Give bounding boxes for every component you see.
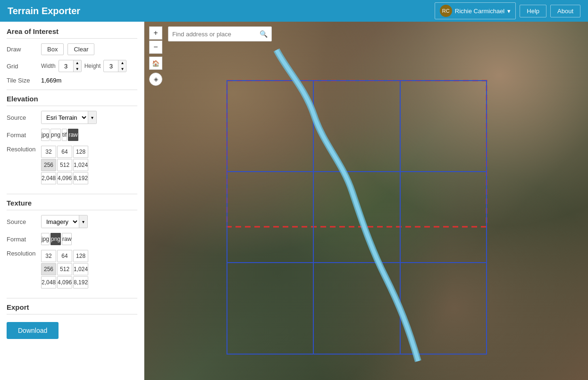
texture-source-select[interactable]: Imagery <box>42 215 79 228</box>
area-of-interest-section: Area of Interest Draw Box Clear Grid Wid… <box>7 27 137 84</box>
area-of-interest-title: Area of Interest <box>7 27 137 39</box>
elev-res-8192[interactable]: 8,192 <box>73 172 88 184</box>
tex-res-128[interactable]: 128 <box>73 250 88 262</box>
user-name: Richie Carmichael <box>455 8 504 15</box>
elev-res-4096[interactable]: 4,096 <box>57 172 72 184</box>
texture-title: Texture <box>7 199 137 210</box>
tex-res-64[interactable]: 64 <box>57 250 72 262</box>
texture-format-label: Format <box>7 236 37 243</box>
grid-height-btns: ▲ ▼ <box>118 60 126 72</box>
texture-format-buttons: jpg png raw <box>41 233 72 245</box>
grid-height-up[interactable]: ▲ <box>118 60 126 66</box>
user-menu-button[interactable]: RC Richie Carmichael ▾ <box>435 2 516 19</box>
tile-size-label: Tile Size <box>7 77 37 84</box>
grid-height-spinner: ▲ ▼ <box>103 60 126 72</box>
zoom-in-button[interactable]: + <box>149 26 162 40</box>
elev-res-row-1: 32 64 128 <box>41 146 88 158</box>
tex-res-32[interactable]: 32 <box>41 250 56 262</box>
elevation-resolution-grid: 32 64 128 256 512 1,024 2,048 4,096 8,19… <box>41 146 88 184</box>
map-area[interactable]: 🔍 + − 🏠 ◈ <box>144 22 588 380</box>
map-search-button[interactable]: 🔍 <box>256 26 271 41</box>
tex-fmt-png[interactable]: png <box>50 233 61 245</box>
height-label: Height <box>84 63 101 69</box>
zoom-out-button[interactable]: − <box>149 41 162 54</box>
elevation-format-buttons: jpg png tif raw <box>41 129 78 141</box>
tile-size-value: 1,669m <box>41 77 61 84</box>
elev-fmt-tif[interactable]: tif <box>62 129 67 141</box>
clear-button[interactable]: Clear <box>67 43 94 55</box>
grid-height-down[interactable]: ▼ <box>118 66 126 72</box>
tex-res-row-2: 256 512 1,024 <box>41 263 88 275</box>
grid-width-down[interactable]: ▼ <box>74 66 81 72</box>
elevation-source-select[interactable]: Esri Terrain <box>42 111 88 124</box>
elevation-resolution-row: Resolution 32 64 128 256 512 1,024 2,048 <box>7 146 137 189</box>
map-search-bar: 🔍 <box>168 26 272 41</box>
tex-res-2048[interactable]: 2,048 <box>41 276 56 289</box>
home-button[interactable]: 🏠 <box>149 57 162 70</box>
elevation-section: Elevation Source Esri Terrain ▾ Format j… <box>7 95 137 189</box>
elev-fmt-png[interactable]: png <box>50 129 61 141</box>
export-section: Export Download <box>7 303 137 339</box>
elev-res-256[interactable]: 256 <box>41 159 56 171</box>
elevation-resolution-label: Resolution <box>7 146 37 153</box>
grid-row: Grid Width ▲ ▼ Height ▲ <box>7 60 137 72</box>
elevation-format-label: Format <box>7 132 37 139</box>
elevation-source-dropdown[interactable]: Esri Terrain ▾ <box>41 111 97 124</box>
elevation-format-row: Format jpg png tif raw <box>7 129 137 141</box>
user-dropdown-icon: ▾ <box>507 8 511 15</box>
tile-size-row: Tile Size 1,669m <box>7 77 137 84</box>
tex-res-8192[interactable]: 8,192 <box>73 276 88 289</box>
header-controls: RC Richie Carmichael ▾ Help About <box>435 2 580 19</box>
tex-res-4096[interactable]: 4,096 <box>57 276 72 289</box>
map-controls: + − 🏠 ◈ <box>149 26 162 86</box>
width-label: Width <box>41 63 56 69</box>
texture-resolution-row: Resolution 32 64 128 256 512 1,024 2,048 <box>7 250 137 293</box>
elevation-title: Elevation <box>7 95 137 106</box>
grid-width-input[interactable] <box>59 63 73 70</box>
elev-res-32[interactable]: 32 <box>41 146 56 158</box>
elev-res-64[interactable]: 64 <box>57 146 72 158</box>
main-content: Area of Interest Draw Box Clear Grid Wid… <box>0 22 588 380</box>
texture-resolution-label: Resolution <box>7 250 37 257</box>
about-button[interactable]: About <box>550 5 580 17</box>
texture-source-dropdown[interactable]: Imagery ▾ <box>41 215 88 228</box>
draw-label: Draw <box>7 46 37 53</box>
texture-format-row: Format jpg png raw <box>7 233 137 245</box>
draw-row: Draw Box Clear <box>7 43 137 55</box>
tex-fmt-raw[interactable]: raw <box>62 233 72 245</box>
app-header: Terrain Exporter RC Richie Carmichael ▾ … <box>0 0 588 22</box>
terrain-background <box>144 22 588 380</box>
download-button[interactable]: Download <box>7 322 59 339</box>
elev-fmt-raw[interactable]: raw <box>68 129 78 141</box>
user-avatar: RC <box>440 5 452 17</box>
app-title: Terrain Exporter <box>8 6 80 17</box>
grid-label: Grid <box>7 63 37 70</box>
help-button[interactable]: Help <box>520 5 546 17</box>
elevation-source-arrow[interactable]: ▾ <box>88 111 96 124</box>
elev-res-2048[interactable]: 2,048 <box>41 172 56 184</box>
texture-section: Texture Source Imagery ▾ Format jpg png … <box>7 199 137 293</box>
elev-res-128[interactable]: 128 <box>73 146 88 158</box>
tex-fmt-jpg[interactable]: jpg <box>41 233 50 245</box>
tex-res-row-3: 2,048 4,096 8,192 <box>41 276 88 289</box>
tex-res-256[interactable]: 256 <box>41 263 56 275</box>
box-button[interactable]: Box <box>41 43 64 55</box>
grid-width-spinner: ▲ ▼ <box>59 60 82 72</box>
tex-res-1024[interactable]: 1,024 <box>73 263 88 275</box>
compass[interactable]: ◈ <box>149 73 162 86</box>
texture-source-label: Source <box>7 218 37 225</box>
grid-width-up[interactable]: ▲ <box>74 60 81 66</box>
grid-height-input[interactable] <box>104 63 118 70</box>
elevation-source-row: Source Esri Terrain ▾ <box>7 111 137 124</box>
texture-resolution-grid: 32 64 128 256 512 1,024 2,048 4,096 8,19… <box>41 250 88 289</box>
elev-res-row-2: 256 512 1,024 <box>41 159 88 171</box>
elev-fmt-jpg[interactable]: jpg <box>41 129 50 141</box>
sidebar: Area of Interest Draw Box Clear Grid Wid… <box>0 22 144 380</box>
map-search-input[interactable] <box>168 31 256 38</box>
tex-res-512[interactable]: 512 <box>57 263 72 275</box>
texture-source-row: Source Imagery ▾ <box>7 215 137 228</box>
grid-width-btns: ▲ ▼ <box>73 60 81 72</box>
texture-source-arrow[interactable]: ▾ <box>79 215 87 228</box>
elev-res-512[interactable]: 512 <box>57 159 72 171</box>
elev-res-1024[interactable]: 1,024 <box>73 159 88 171</box>
